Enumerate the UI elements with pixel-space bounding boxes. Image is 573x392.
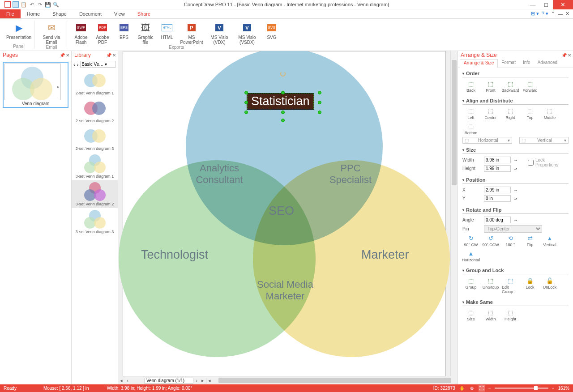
advanced-tab[interactable]: Advanced <box>534 59 561 68</box>
align-section[interactable]: Align and Distribute <box>462 98 569 105</box>
page-selector[interactable]: Venn diagram (1/1) <box>144 378 193 383</box>
tab-view[interactable]: View <box>108 9 131 18</box>
same-width-button[interactable]: ⬚Width <box>482 309 499 321</box>
align-top-button[interactable]: ⬚Top <box>522 107 539 120</box>
resize-handle[interactable] <box>281 111 285 114</box>
forward-button[interactable]: ⬚Forward <box>522 80 539 93</box>
height-input[interactable] <box>484 165 511 172</box>
align-left-button[interactable]: ⬚Left <box>462 107 479 120</box>
resize-handle[interactable] <box>281 119 285 122</box>
position-section[interactable]: Position <box>462 177 569 184</box>
target-icon[interactable]: ⊕ <box>469 385 475 392</box>
resize-handle[interactable] <box>318 101 321 104</box>
save-icon[interactable]: 💾 <box>45 1 51 8</box>
distribute-v-select[interactable]: ⬚ Vertical ▾ <box>519 137 569 144</box>
export-graphic[interactable]: 🖼Graphic file <box>136 21 155 45</box>
group-section[interactable]: Group and Lock <box>462 268 569 274</box>
tab-share[interactable]: Share <box>131 9 157 18</box>
ungroup-button[interactable]: ⬚UnGroup <box>482 277 499 294</box>
lib-item[interactable]: 2-set Venn diagram 2 <box>72 97 118 125</box>
lib-back-icon[interactable]: ‹ <box>73 62 75 67</box>
lib-item[interactable]: 3-set Venn diagram 1 <box>72 153 118 180</box>
pin-select[interactable]: Top-Center <box>484 225 542 233</box>
undo-icon[interactable]: ↶ <box>29 1 35 8</box>
resize-handle[interactable] <box>244 111 248 114</box>
tab-document[interactable]: Document <box>73 9 108 18</box>
hand-icon[interactable]: ✋ <box>459 385 465 392</box>
export-vdx[interactable]: VMS Visio (VDX) <box>207 21 232 45</box>
close-icon[interactable]: ✕ <box>66 53 69 58</box>
same-size-button[interactable]: ⬚Size <box>462 309 479 321</box>
y-input[interactable] <box>484 195 511 202</box>
pin-icon[interactable]: 📌 <box>60 53 65 58</box>
venn-label-center[interactable]: SEO <box>269 204 294 218</box>
maximize-button[interactable]: □ <box>539 0 553 9</box>
resize-handle[interactable] <box>244 101 248 104</box>
page-thumbnail[interactable]: ▸ Venn diagram <box>3 62 68 108</box>
format-tab[interactable]: Format <box>498 59 519 68</box>
resize-handle[interactable] <box>281 91 285 94</box>
align-right-button[interactable]: ⬚Right <box>502 107 519 120</box>
paste-icon[interactable]: 📋 <box>21 1 27 8</box>
library-selector[interactable]: Basic Ve… ▾ <box>80 61 116 68</box>
hscroll-left-icon[interactable]: ◂ <box>118 378 124 383</box>
flip-button[interactable]: ⇄Flip <box>522 234 539 247</box>
ribbon-close-icon[interactable]: ✕ <box>565 11 569 17</box>
resize-handle[interactable] <box>318 91 321 94</box>
export-swf[interactable]: SWFAdobe Flash <box>72 21 90 45</box>
rotate-cw-button[interactable]: ↻90° CW <box>462 234 479 247</box>
x-input[interactable] <box>484 187 511 193</box>
unlock-button[interactable]: 🔓UnLock <box>541 277 558 294</box>
pin-icon[interactable]: 📌 <box>561 53 567 58</box>
venn-label-bottom[interactable]: Social Media Marketer <box>249 279 321 303</box>
export-html[interactable]: HTMLHTML <box>158 21 176 45</box>
lock-button[interactable]: 🔒Lock <box>522 277 539 294</box>
minimize-button[interactable]: — <box>526 0 539 9</box>
tab-home[interactable]: Home <box>21 9 46 18</box>
export-svg[interactable]: SVGSVG <box>262 21 281 45</box>
same-height-button[interactable]: ⬚Height <box>502 309 519 321</box>
lib-item[interactable]: 2-set Venn diagram 1 <box>72 69 118 97</box>
canvas[interactable]: Statistician Technologist Marketer SEO A… <box>118 51 458 384</box>
flip-v-button[interactable]: ▲Vertical <box>541 234 558 247</box>
close-button[interactable]: ✕ <box>553 0 573 9</box>
close-icon[interactable]: ✕ <box>568 53 571 58</box>
horizontal-scrollbar[interactable] <box>218 377 438 383</box>
export-pdf[interactable]: PDFAdobe PDF <box>93 21 112 45</box>
align-center-button[interactable]: ⬚Center <box>482 107 499 120</box>
venn-label-tr[interactable]: PPC Specialist <box>326 162 375 186</box>
hscroll-right-icon[interactable]: › <box>193 378 200 383</box>
rotate-ccw-button[interactable]: ↺90° CCW <box>482 234 499 247</box>
backward-button[interactable]: ⬚Backward <box>502 80 519 93</box>
width-input[interactable] <box>484 157 511 163</box>
align-bottom-button[interactable]: ⬚Bottom <box>462 123 479 135</box>
help-icon[interactable]: ? ▾ <box>542 11 548 17</box>
group-button[interactable]: ⬚Group <box>462 277 479 294</box>
venn-label-right[interactable]: Marketer <box>361 247 409 262</box>
bring-front-button[interactable]: ⬚Front <box>482 80 499 93</box>
close-icon[interactable]: ✕ <box>112 53 116 58</box>
size-section[interactable]: Size <box>462 147 569 154</box>
zoom-value[interactable]: 161% <box>558 386 569 391</box>
store-icon[interactable]: ⊞ ▾ <box>531 11 539 17</box>
send-email-button[interactable]: ✉ Send via Email <box>39 21 64 45</box>
flip-h-button[interactable]: ▲Horizontal <box>462 250 479 262</box>
search-icon[interactable]: 🔍 <box>53 1 59 8</box>
lib-fwd-icon[interactable]: › <box>77 62 79 67</box>
venn-label-top[interactable]: Statistician <box>247 94 314 109</box>
export-eps[interactable]: EPSEPS <box>115 21 133 45</box>
hscroll-left-icon[interactable]: ‹ <box>124 378 131 383</box>
edit-group-button[interactable]: ⬚Edit Group <box>502 277 519 294</box>
zoom-slider[interactable] <box>495 388 548 389</box>
redo-icon[interactable]: ↷ <box>37 1 43 8</box>
distribute-h-select[interactable]: ⬚ Horizontal ▾ <box>462 137 512 144</box>
zoom-out-icon[interactable]: − <box>488 386 491 391</box>
venn-circle-right[interactable] <box>253 160 450 357</box>
rotate-180-button[interactable]: ⟲180 ° <box>502 234 519 247</box>
new-doc-icon[interactable] <box>13 1 19 8</box>
resize-handle[interactable] <box>318 111 321 114</box>
hscroll-right-icon[interactable]: ▸ <box>200 378 206 383</box>
resize-handle[interactable] <box>244 91 248 94</box>
send-back-button[interactable]: ⬚Back <box>462 80 479 93</box>
lib-item[interactable]: 3-set Venn diagram 3 <box>72 208 118 236</box>
